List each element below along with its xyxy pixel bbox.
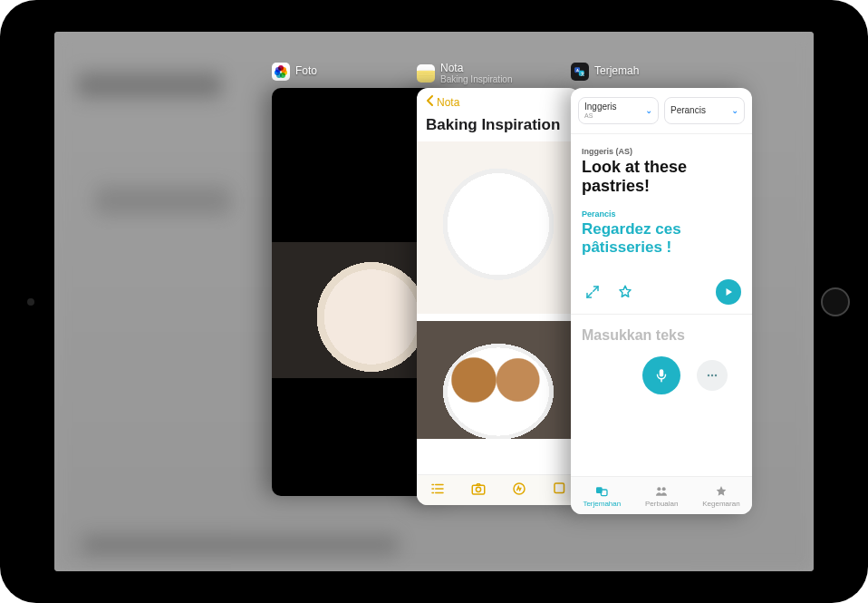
target-lang-label: Perancis — [582, 209, 741, 219]
expand-icon[interactable] — [582, 281, 603, 303]
source-text[interactable]: Look at these pastries! — [582, 158, 741, 195]
app-header-photos[interactable]: Foto — [272, 63, 317, 81]
source-block: Inggeris (AS) Look at these pastries! — [571, 134, 752, 197]
target-text: Regardez ces pâtisseries ! — [582, 220, 741, 256]
svg-rect-7 — [555, 483, 564, 493]
compose-icon[interactable] — [552, 481, 568, 501]
language-to-selector[interactable]: Perancis ⌄ — [664, 97, 745, 124]
photos-app-icon — [272, 63, 290, 81]
svg-point-14 — [658, 487, 661, 491]
source-lang-label: Inggeris (AS) — [582, 147, 741, 156]
language-from-label: Inggeris — [584, 102, 617, 112]
app-title-translate: Terjemah — [594, 65, 639, 77]
app-header-translate[interactable]: A文 Terjemah — [571, 63, 639, 81]
tab-conversation-label: Perbualan — [645, 500, 678, 508]
input-placeholder: Masukkan teks — [582, 327, 685, 343]
svg-text:A: A — [576, 68, 579, 73]
app-card-notes[interactable]: Nota Baking Inspiration — [417, 88, 580, 505]
svg-point-15 — [662, 487, 666, 491]
notes-app-icon — [417, 64, 435, 83]
chevron-down-icon: ⌄ — [731, 105, 738, 115]
translate-app-icon: A文 — [571, 63, 589, 81]
screen: Foto Nota Baking Inspiration A文 Terjemah — [54, 32, 814, 571]
svg-text:文: 文 — [580, 72, 584, 76]
app-subtitle-notes: Baking Inspiration — [440, 74, 513, 84]
back-chevron-icon[interactable] — [426, 95, 435, 109]
app-switcher-stage[interactable]: Foto Nota Baking Inspiration A文 Terjemah — [54, 32, 814, 571]
favorite-star-icon[interactable] — [614, 281, 636, 303]
language-from-selector[interactable]: Inggeris AS ⌄ — [578, 97, 659, 124]
tab-conversation[interactable]: Perbualan — [645, 484, 678, 508]
checklist-icon[interactable] — [429, 481, 446, 501]
notes-toolbar — [417, 474, 580, 505]
target-block: Perancis Regardez ces pâtisseries ! — [571, 197, 752, 258]
language-from-region: AS — [584, 112, 617, 119]
svg-rect-8 — [660, 370, 664, 377]
translate-tab-bar: Terjemahan Perbualan Kegemaran — [571, 476, 752, 514]
markup-icon[interactable] — [511, 481, 527, 501]
svg-point-11 — [715, 374, 717, 376]
tab-translate-label: Terjemahan — [583, 500, 621, 508]
svg-point-10 — [711, 374, 713, 376]
home-button[interactable] — [821, 287, 850, 316]
note-image-bread[interactable] — [417, 321, 580, 439]
mic-row — [571, 351, 752, 404]
app-title-notes: Nota — [440, 63, 513, 74]
front-camera — [27, 298, 34, 306]
play-audio-button[interactable] — [716, 279, 741, 305]
translation-actions — [571, 258, 752, 314]
translate-input[interactable]: Masukkan teks — [571, 315, 752, 351]
app-card-translate[interactable]: Inggeris AS ⌄ Perancis ⌄ Inggeris (AS — [571, 88, 752, 514]
note-image-pastries[interactable] — [417, 141, 580, 314]
tab-favorites[interactable]: Kegemaran — [702, 484, 739, 508]
language-selector-row: Inggeris AS ⌄ Perancis ⌄ — [571, 88, 752, 133]
microphone-button[interactable] — [642, 356, 680, 394]
svg-point-5 — [476, 487, 480, 491]
svg-point-9 — [708, 374, 709, 376]
app-header-notes[interactable]: Nota Baking Inspiration — [417, 63, 513, 84]
notes-back-label[interactable]: Nota — [437, 96, 459, 109]
language-to-label: Perancis — [670, 106, 706, 116]
tab-translate[interactable]: Terjemahan — [583, 484, 621, 508]
more-button[interactable] — [697, 360, 728, 391]
chevron-down-icon: ⌄ — [645, 105, 652, 115]
camera-icon[interactable] — [470, 481, 487, 501]
app-title-photos: Foto — [295, 65, 317, 77]
tab-favorites-label: Kegemaran — [702, 500, 739, 508]
note-title: Baking Inspiration — [417, 116, 580, 141]
notes-nav-bar: Nota — [417, 88, 580, 116]
ipad-frame: Foto Nota Baking Inspiration A文 Terjemah — [0, 0, 868, 603]
